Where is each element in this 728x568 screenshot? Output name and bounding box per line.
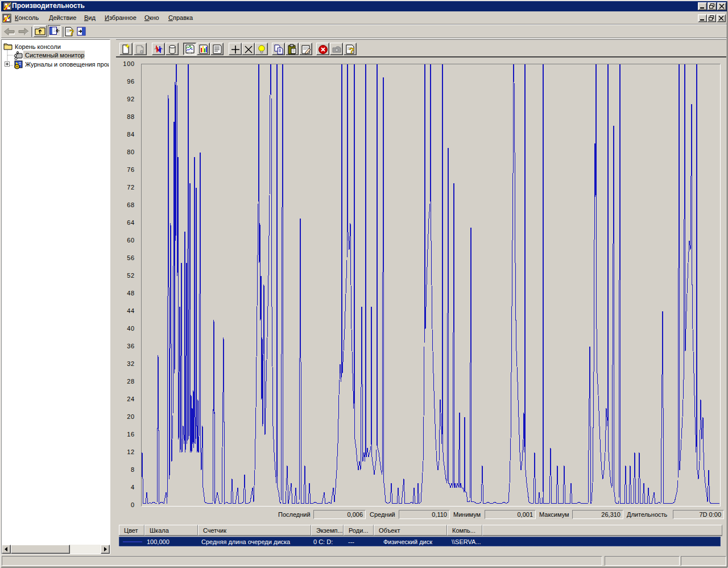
svg-text:?: ? [69,28,75,37]
svg-text:?: ? [349,46,354,55]
